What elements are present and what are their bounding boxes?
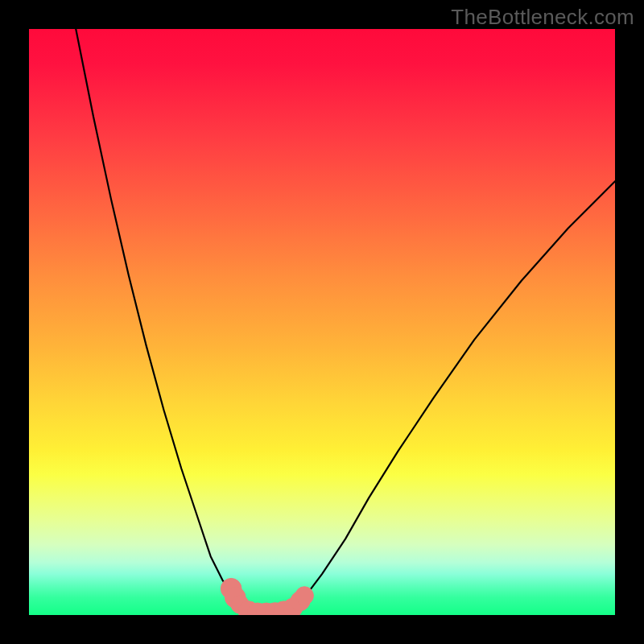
chart-frame: TheBottleneck.com [0, 0, 644, 644]
watermark-text: TheBottleneck.com [451, 5, 634, 30]
chart-plot-area [29, 29, 615, 615]
bottleneck-curve [76, 29, 615, 613]
chart-svg [29, 29, 615, 615]
valley-marker [295, 587, 313, 605]
